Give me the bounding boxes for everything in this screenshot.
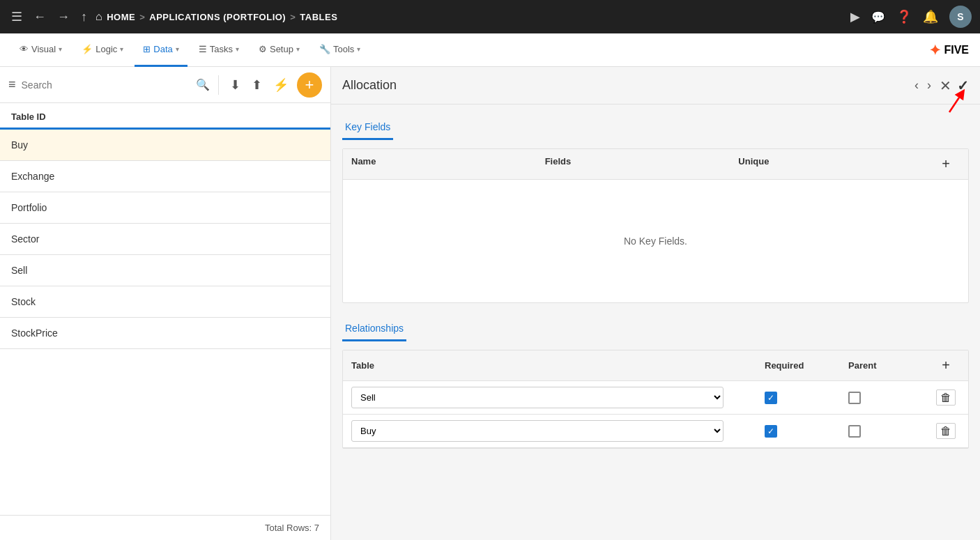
relationship-row: Sell Buy Exchange Portfolio Sector Stock… bbox=[343, 381, 968, 415]
top-nav-right: ▶ 💬 ❓ 🔔 S bbox=[850, 6, 972, 28]
five-logo: ✦ FIVE bbox=[929, 42, 969, 59]
key-fields-header: Name Fields Unique + bbox=[343, 149, 968, 180]
menu-icon[interactable]: ☰ bbox=[8, 6, 25, 27]
logic-icon: ⚡ bbox=[82, 44, 93, 54]
rel-table-select-1[interactable]: Sell Buy Exchange Portfolio Sector Stock… bbox=[351, 387, 723, 408]
sidebar: ≡ 🔍 ⬇ ⬆ ⚡ + Table ID Buy Exchange Portfo… bbox=[0, 67, 331, 540]
avatar[interactable]: S bbox=[949, 6, 972, 28]
breadcrumb-sep1: > bbox=[139, 12, 145, 22]
close-button[interactable]: ✕ bbox=[940, 77, 951, 94]
top-navigation: ☰ ← → ↑ ⌂ HOME > APPLICATIONS (PORTFOLIO… bbox=[0, 0, 980, 33]
relationships-tab[interactable]: Relationships bbox=[342, 317, 406, 341]
breadcrumb-sep2: > bbox=[290, 12, 296, 22]
tab-setup[interactable]: ⚙ Setup ▾ bbox=[250, 33, 308, 67]
main-container: ≡ 🔍 ⬇ ⬆ ⚡ + Table ID Buy Exchange Portfo… bbox=[0, 67, 980, 540]
panel-title: Allocation bbox=[342, 78, 912, 93]
table-row[interactable]: Portfolio bbox=[0, 192, 330, 224]
rel-delete-button-1[interactable]: 🗑 bbox=[936, 389, 956, 406]
search-icon[interactable]: 🔍 bbox=[196, 78, 210, 91]
setup-label: Setup bbox=[270, 44, 293, 54]
table-row[interactable]: Stock bbox=[0, 286, 330, 318]
visual-label: Visual bbox=[31, 44, 56, 54]
table-id-header: Table ID bbox=[0, 103, 330, 130]
back-icon[interactable]: ← bbox=[31, 7, 49, 27]
table-row[interactable]: Buy bbox=[0, 130, 330, 161]
panel-content: Key Fields Name Fields Unique + No Key F… bbox=[331, 105, 980, 540]
rel-parent-cell-1 bbox=[848, 392, 932, 404]
relationships-table: Table Required Parent + Sell Buy Exchang… bbox=[342, 350, 969, 449]
tab-tools[interactable]: 🔧 Tools ▾ bbox=[311, 33, 369, 67]
bell-icon[interactable]: 🔔 bbox=[923, 9, 938, 24]
right-panel: Allocation ‹ › ✕ ✓ bbox=[331, 67, 980, 540]
sidebar-footer: Total Rows: 7 bbox=[0, 515, 330, 540]
table-list: Buy Exchange Portfolio Sector Sell Stock… bbox=[0, 130, 330, 515]
home-label[interactable]: HOME bbox=[107, 12, 135, 22]
kf-fields-col: Fields bbox=[545, 156, 739, 172]
table-row[interactable]: StockPrice bbox=[0, 318, 330, 349]
tab-data[interactable]: ⊞ Data ▾ bbox=[135, 33, 187, 67]
up-icon[interactable]: ↑ bbox=[78, 7, 90, 27]
breadcrumb: ⌂ HOME > APPLICATIONS (PORTFOLIO) > TABL… bbox=[95, 10, 337, 23]
tables-label[interactable]: TABLES bbox=[300, 12, 337, 22]
relationships-section: Relationships Table Required Parent + Se… bbox=[342, 317, 969, 449]
rel-add-button[interactable]: + bbox=[932, 357, 960, 373]
visual-arrow: ▾ bbox=[59, 45, 62, 53]
data-icon: ⊞ bbox=[143, 44, 151, 54]
logo-text: FIVE bbox=[944, 44, 969, 56]
lightning-icon[interactable]: ⚡ bbox=[270, 75, 291, 95]
rel-table-col: Table bbox=[351, 360, 765, 371]
tasks-arrow: ▾ bbox=[236, 45, 239, 53]
rel-delete-cell-2: 🗑 bbox=[932, 425, 960, 438]
next-page-button[interactable]: › bbox=[924, 75, 934, 95]
visual-icon: 👁 bbox=[20, 44, 29, 54]
help-icon[interactable]: ❓ bbox=[896, 9, 912, 24]
tools-arrow: ▾ bbox=[357, 45, 360, 53]
no-key-fields-message: No Key Fields. bbox=[343, 180, 968, 302]
prev-page-button[interactable]: ‹ bbox=[912, 75, 921, 95]
confirm-button[interactable]: ✓ bbox=[957, 77, 969, 94]
required-checkbox-1[interactable]: ✓ bbox=[765, 392, 777, 404]
filter-icon[interactable]: ≡ bbox=[8, 77, 16, 92]
rel-table-select-2[interactable]: Buy Sell Exchange Portfolio Sector Stock… bbox=[351, 420, 723, 442]
kf-unique-col: Unique bbox=[738, 156, 932, 172]
upload-icon[interactable]: ⬆ bbox=[249, 75, 265, 95]
required-checkbox-2[interactable]: ✓ bbox=[765, 425, 777, 438]
table-row[interactable]: Sector bbox=[0, 224, 330, 255]
logo-star: ✦ bbox=[929, 42, 941, 59]
tab-visual[interactable]: 👁 Visual ▾ bbox=[11, 33, 70, 67]
setup-arrow: ▾ bbox=[296, 45, 300, 53]
parent-checkbox-1[interactable] bbox=[848, 392, 861, 404]
kf-name-col: Name bbox=[351, 156, 545, 172]
home-icon[interactable]: ⌂ bbox=[95, 10, 102, 23]
toolbar-divider bbox=[218, 75, 219, 95]
bubble-icon[interactable]: 💬 bbox=[871, 10, 885, 24]
key-fields-tab[interactable]: Key Fields bbox=[342, 116, 393, 140]
nav-pagination: ‹ › bbox=[912, 75, 934, 95]
tools-label: Tools bbox=[333, 44, 354, 54]
sidebar-toolbar: ≡ 🔍 ⬇ ⬆ ⚡ + bbox=[0, 67, 330, 103]
kf-add-button[interactable]: + bbox=[932, 156, 960, 172]
play-icon[interactable]: ▶ bbox=[850, 9, 860, 24]
table-row[interactable]: Sell bbox=[0, 255, 330, 286]
rel-delete-button-2[interactable]: 🗑 bbox=[936, 423, 956, 439]
rel-table-cell: Buy Sell Exchange Portfolio Sector Stock… bbox=[351, 420, 765, 442]
forward-icon[interactable]: → bbox=[54, 7, 72, 27]
key-fields-section: Key Fields Name Fields Unique + No Key F… bbox=[342, 116, 969, 303]
applications-label[interactable]: APPLICATIONS (PORTFOLIO) bbox=[149, 12, 286, 22]
tab-logic[interactable]: ⚡ Logic ▾ bbox=[73, 33, 132, 67]
rel-delete-cell-1: 🗑 bbox=[932, 392, 960, 404]
second-navigation: 👁 Visual ▾ ⚡ Logic ▾ ⊞ Data ▾ ☰ Tasks ▾ … bbox=[0, 33, 980, 67]
add-button[interactable]: + bbox=[297, 72, 322, 98]
search-input[interactable] bbox=[22, 79, 190, 91]
panel-header: Allocation ‹ › ✕ ✓ bbox=[331, 67, 980, 105]
rel-required-cell-1: ✓ bbox=[765, 392, 848, 404]
rel-required-col: Required bbox=[765, 360, 848, 371]
table-row[interactable]: Exchange bbox=[0, 161, 330, 192]
parent-checkbox-2[interactable] bbox=[848, 425, 861, 438]
tasks-label: Tasks bbox=[210, 44, 233, 54]
tab-tasks[interactable]: ☰ Tasks ▾ bbox=[190, 33, 247, 67]
download-icon[interactable]: ⬇ bbox=[227, 75, 243, 95]
rel-table-header: Table Required Parent + bbox=[343, 350, 968, 381]
rel-parent-col: Parent bbox=[848, 360, 932, 371]
rel-required-cell-2: ✓ bbox=[765, 425, 848, 438]
